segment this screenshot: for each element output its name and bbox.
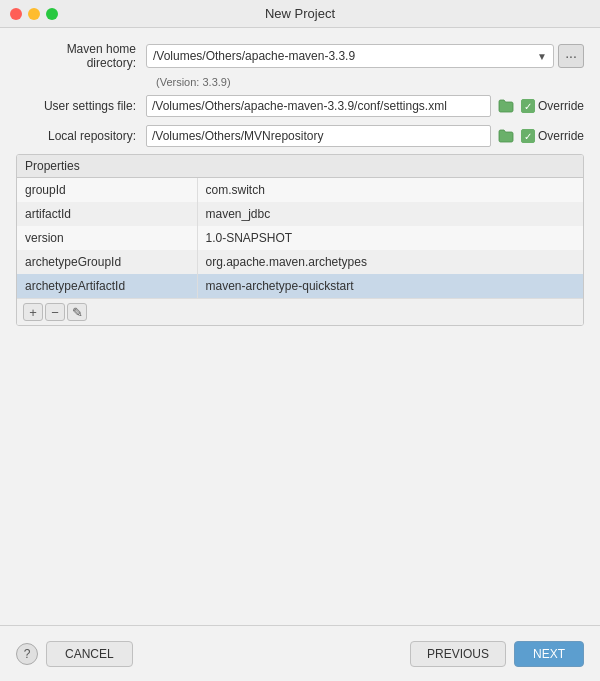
- property-value: com.switch: [197, 178, 583, 202]
- bottom-bar: ? CANCEL PREVIOUS NEXT: [0, 625, 600, 681]
- table-row[interactable]: artifactId maven_jdbc: [17, 202, 583, 226]
- local-repo-field: ✓ Override: [146, 125, 584, 147]
- user-settings-input[interactable]: [146, 95, 491, 117]
- table-row[interactable]: version 1.0-SNAPSHOT: [17, 226, 583, 250]
- bottom-right: PREVIOUS NEXT: [410, 641, 584, 667]
- user-settings-row: User settings file: ✓ Override: [16, 94, 584, 118]
- previous-button[interactable]: PREVIOUS: [410, 641, 506, 667]
- dropdown-arrow-icon: ▼: [537, 51, 547, 62]
- override1-checkbox[interactable]: ✓: [521, 99, 535, 113]
- maven-home-select[interactable]: /Volumes/Others/apache-maven-3.3.9 ▼: [146, 44, 554, 68]
- override2-label: Override: [538, 129, 584, 143]
- minimize-button[interactable]: [28, 8, 40, 20]
- user-settings-folder-button[interactable]: [495, 95, 517, 117]
- table-row[interactable]: groupId com.switch: [17, 178, 583, 202]
- property-key: archetypeGroupId: [17, 250, 197, 274]
- local-repo-label: Local repository:: [16, 129, 146, 143]
- local-repo-row: Local repository: ✓ Override: [16, 124, 584, 148]
- property-key: groupId: [17, 178, 197, 202]
- help-button[interactable]: ?: [16, 643, 38, 665]
- help-icon: ?: [24, 647, 31, 661]
- override2-checkbox[interactable]: ✓: [521, 129, 535, 143]
- edit-property-button[interactable]: ✎: [67, 303, 87, 321]
- next-button[interactable]: NEXT: [514, 641, 584, 667]
- version-note: (Version: 3.3.9): [156, 76, 584, 88]
- properties-container: Properties groupId com.switch artifactId…: [16, 154, 584, 326]
- local-repo-folder-button[interactable]: [495, 125, 517, 147]
- property-value: org.apache.maven.archetypes: [197, 250, 583, 274]
- maven-home-field: /Volumes/Others/apache-maven-3.3.9 ▼ ···: [146, 44, 584, 68]
- override1-label: Override: [538, 99, 584, 113]
- folder-icon: [498, 129, 514, 143]
- property-value: 1.0-SNAPSHOT: [197, 226, 583, 250]
- bottom-left: ? CANCEL: [16, 641, 410, 667]
- user-settings-field: ✓ Override: [146, 95, 584, 117]
- property-key: archetypeArtifactId: [17, 274, 197, 298]
- property-value: maven_jdbc: [197, 202, 583, 226]
- properties-table: groupId com.switch artifactId maven_jdbc…: [17, 178, 583, 298]
- close-button[interactable]: [10, 8, 22, 20]
- maven-home-more-button[interactable]: ···: [558, 44, 584, 68]
- user-settings-label: User settings file:: [16, 99, 146, 113]
- table-row[interactable]: archetypeGroupId org.apache.maven.archet…: [17, 250, 583, 274]
- override2-check[interactable]: ✓ Override: [521, 129, 584, 143]
- cancel-button[interactable]: CANCEL: [46, 641, 133, 667]
- window-title: New Project: [265, 6, 335, 21]
- table-toolbar: + − ✎: [17, 298, 583, 325]
- add-property-button[interactable]: +: [23, 303, 43, 321]
- maven-home-value: /Volumes/Others/apache-maven-3.3.9: [153, 49, 533, 63]
- maven-home-label: Maven home directory:: [16, 42, 146, 70]
- property-value: maven-archetype-quickstart: [197, 274, 583, 298]
- override1-check[interactable]: ✓ Override: [521, 99, 584, 113]
- maven-home-row: Maven home directory: /Volumes/Others/ap…: [16, 42, 584, 70]
- remove-property-button[interactable]: −: [45, 303, 65, 321]
- spacer: [16, 334, 584, 625]
- property-key: version: [17, 226, 197, 250]
- dots-icon: ···: [565, 48, 577, 64]
- properties-header: Properties: [17, 155, 583, 178]
- title-bar: New Project: [0, 0, 600, 28]
- window-controls: [10, 8, 58, 20]
- main-content: Maven home directory: /Volumes/Others/ap…: [0, 28, 600, 625]
- local-repo-input[interactable]: [146, 125, 491, 147]
- folder-icon: [498, 99, 514, 113]
- property-key: artifactId: [17, 202, 197, 226]
- maximize-button[interactable]: [46, 8, 58, 20]
- table-row[interactable]: archetypeArtifactId maven-archetype-quic…: [17, 274, 583, 298]
